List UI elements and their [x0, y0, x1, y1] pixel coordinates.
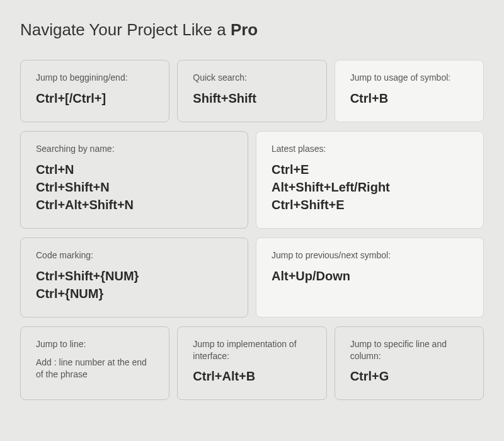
card-label: Jump to implementation of interface: — [193, 338, 311, 362]
card-code-marking: Code marking: Ctrl+Shift+{NUM} Ctrl+{NUM… — [20, 238, 248, 318]
card-impl-interface: Jump to implementation of interface: Ctr… — [177, 326, 326, 401]
row-1: Jump to beggining/end: Ctrl+[/Ctrl+] Qui… — [20, 60, 484, 122]
page-title: Navigate Your Project Like a Pro — [20, 20, 484, 40]
shortcut-line: Alt+Shift+Left/Right — [272, 179, 468, 195]
row-3: Code marking: Ctrl+Shift+{NUM} Ctrl+{NUM… — [20, 238, 484, 318]
card-quick-search: Quick search: Shift+Shift — [177, 60, 326, 122]
card-label: Quick search: — [193, 72, 311, 84]
card-value: Ctrl+B — [350, 90, 468, 106]
title-prefix: Navigate Your Project Like a — [20, 20, 231, 39]
card-line-column: Jump to specific line and column: Ctrl+G — [335, 326, 484, 401]
card-value-list: Ctrl+Shift+{NUM} Ctrl+{NUM} — [36, 268, 232, 302]
row-4: Jump to line: Add : line number at the e… — [20, 326, 484, 401]
card-value-list: Ctrl+N Ctrl+Shift+N Ctrl+Alt+Shift+N — [36, 161, 232, 213]
shortcut-line: Ctrl+Alt+Shift+N — [36, 197, 232, 213]
shortcut-line: Ctrl+Shift+N — [36, 179, 232, 195]
card-value: Shift+Shift — [193, 90, 311, 106]
shortcut-line: Ctrl+Shift+E — [272, 197, 468, 213]
row-2: Searching by name: Ctrl+N Ctrl+Shift+N C… — [20, 131, 484, 229]
card-value-list: Ctrl+E Alt+Shift+Left/Right Ctrl+Shift+E — [272, 161, 468, 213]
card-label: Jump to beggining/end: — [36, 72, 154, 84]
shortcut-line: Ctrl+Shift+{NUM} — [36, 268, 232, 284]
card-label: Code marking: — [36, 249, 232, 261]
card-label: Jump to line: — [36, 338, 154, 350]
card-value: Ctrl+[/Ctrl+] — [36, 90, 154, 106]
card-latest-places: Latest plases: Ctrl+E Alt+Shift+Left/Rig… — [256, 131, 484, 229]
card-value: Ctrl+Alt+B — [193, 368, 311, 384]
card-label: Jump to specific line and column: — [350, 338, 468, 362]
card-jump-begin-end: Jump to beggining/end: Ctrl+[/Ctrl+] — [20, 60, 169, 122]
card-label: Jump to previous/next symbol: — [272, 249, 468, 261]
card-jump-to-line: Jump to line: Add : line number at the e… — [20, 326, 169, 401]
card-label: Searching by name: — [36, 143, 232, 155]
card-label: Jump to usage of symbol: — [350, 72, 468, 84]
shortcut-line: Ctrl+E — [272, 161, 468, 178]
shortcut-line: Ctrl+N — [36, 161, 232, 178]
card-usage-symbol: Jump to usage of symbol: Ctrl+B — [335, 60, 484, 122]
card-search-by-name: Searching by name: Ctrl+N Ctrl+Shift+N C… — [20, 131, 248, 229]
card-prev-next-symbol: Jump to previous/next symbol: Alt+Up/Dow… — [256, 238, 484, 318]
card-value: Alt+Up/Down — [272, 268, 468, 284]
card-value: Ctrl+G — [350, 368, 468, 384]
title-bold: Pro — [231, 20, 258, 39]
shortcut-line: Ctrl+{NUM} — [36, 285, 232, 302]
card-value: Add : line number at the end of the phra… — [36, 357, 154, 381]
card-label: Latest plases: — [272, 143, 468, 155]
